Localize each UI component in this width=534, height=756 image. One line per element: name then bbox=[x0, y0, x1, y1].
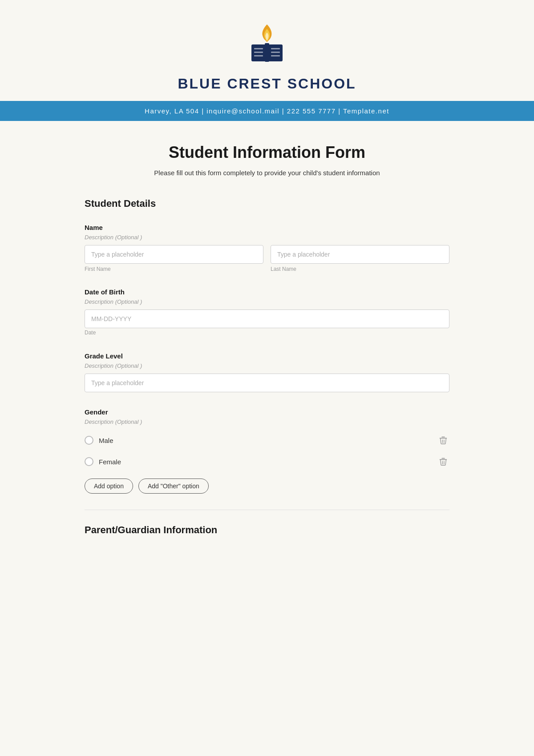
name-input-row: First Name Last Name bbox=[85, 245, 449, 272]
field-group-dob: Date of Birth Description (Optional ) Da… bbox=[85, 288, 449, 336]
first-name-input[interactable] bbox=[85, 245, 263, 264]
name-label: Name bbox=[85, 224, 449, 231]
first-name-sublabel: First Name bbox=[85, 266, 263, 272]
gender-option-male: Male bbox=[85, 430, 449, 451]
svg-rect-3 bbox=[254, 48, 263, 49]
female-radio-button[interactable] bbox=[85, 457, 93, 466]
male-radio-label: Male bbox=[99, 437, 113, 444]
field-group-grade: Grade Level Description (Optional ) bbox=[85, 352, 449, 392]
add-other-option-button[interactable]: Add "Other" option bbox=[138, 479, 209, 494]
svg-rect-10 bbox=[441, 437, 445, 438]
gender-description: Description (Optional ) bbox=[85, 418, 449, 425]
svg-rect-5 bbox=[254, 55, 263, 56]
svg-rect-4 bbox=[254, 52, 263, 53]
svg-rect-14 bbox=[441, 458, 445, 459]
svg-rect-2 bbox=[265, 43, 269, 62]
female-delete-icon[interactable] bbox=[437, 455, 449, 468]
svg-rect-7 bbox=[271, 52, 280, 53]
gender-radio-group: Male bbox=[85, 430, 449, 472]
dob-description: Description (Optional ) bbox=[85, 298, 449, 305]
field-group-gender: Gender Description (Optional ) Male bbox=[85, 408, 449, 494]
dob-sublabel: Date bbox=[85, 330, 96, 336]
last-name-sublabel: Last Name bbox=[271, 266, 449, 272]
section-title-parent-guardian: Parent/Guardian Information bbox=[85, 524, 449, 538]
gender-add-option-row: Add option Add "Other" option bbox=[85, 479, 449, 494]
svg-rect-13 bbox=[440, 459, 447, 460]
male-delete-icon[interactable] bbox=[437, 434, 449, 446]
dob-input[interactable] bbox=[85, 310, 449, 328]
info-bar-text: Harvey, LA 504 | inquire@school.mail | 2… bbox=[145, 107, 389, 115]
svg-rect-9 bbox=[440, 438, 447, 439]
name-description: Description (Optional ) bbox=[85, 234, 449, 241]
grade-label: Grade Level bbox=[85, 352, 449, 360]
form-subtitle: Please fill out this form completely to … bbox=[85, 169, 449, 177]
last-name-wrapper: Last Name bbox=[271, 245, 449, 272]
gender-label: Gender bbox=[85, 408, 449, 416]
school-logo bbox=[243, 20, 291, 69]
male-radio-button[interactable] bbox=[85, 436, 93, 445]
section-title-student-details: Student Details bbox=[85, 198, 449, 211]
info-bar: Harvey, LA 504 | inquire@school.mail | 2… bbox=[0, 101, 534, 121]
field-group-name: Name Description (Optional ) First Name … bbox=[85, 224, 449, 272]
dob-label: Date of Birth bbox=[85, 288, 449, 296]
first-name-wrapper: First Name bbox=[85, 245, 263, 272]
grade-input[interactable] bbox=[85, 374, 449, 392]
section-divider bbox=[85, 510, 449, 510]
female-radio-label: Female bbox=[99, 458, 121, 466]
logo-container bbox=[240, 18, 294, 71]
svg-rect-6 bbox=[271, 48, 280, 49]
svg-rect-8 bbox=[271, 55, 280, 56]
grade-description: Description (Optional ) bbox=[85, 362, 449, 369]
last-name-input[interactable] bbox=[271, 245, 449, 264]
form-title: Student Information Form bbox=[85, 143, 449, 162]
school-name-text: BLUE CREST SCHOOL bbox=[178, 76, 356, 92]
main-content: Student Information Form Please fill out… bbox=[67, 121, 467, 572]
gender-option-female: Female bbox=[85, 451, 449, 472]
page-wrapper: BLUE CREST SCHOOL Harvey, LA 504 | inqui… bbox=[0, 0, 534, 756]
add-option-button[interactable]: Add option bbox=[85, 479, 133, 494]
header: BLUE CREST SCHOOL bbox=[0, 0, 534, 101]
